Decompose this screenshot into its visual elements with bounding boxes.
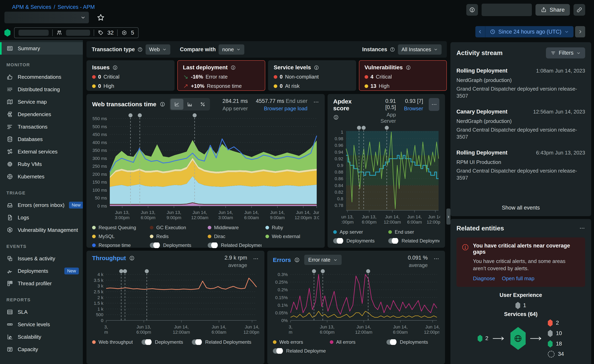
legend-item-request-queuing[interactable]: Request Queuing (92, 225, 146, 230)
sidebar-item-deployments[interactable]: DeploymentsNew (0, 265, 83, 277)
current-service-hexagon[interactable] (510, 327, 526, 350)
sidebar-item-ruby-vms[interactable]: Ruby VMs (0, 158, 83, 170)
toggle-deployments[interactable]: Deployments (150, 242, 203, 248)
apdex-chart[interactable]: 10.980.960.940.920.90.880.860.840.820.80… (333, 124, 440, 225)
sidebar-item-kubernetes[interactable]: Kubernetes (0, 170, 83, 183)
info-icon[interactable] (390, 47, 395, 52)
legend-item-ruby[interactable]: Ruby (265, 225, 319, 230)
sidebar-item-thread-profiler[interactable]: Thread profiler (0, 277, 83, 290)
user-experience-node[interactable]: 1 (515, 302, 526, 309)
browser-page-load-link[interactable]: Browser page load (256, 106, 307, 112)
favorite-star-button[interactable] (96, 13, 105, 22)
throughput-chart[interactable]: 4 k3.5 k3 k2.5 k2 k1.5 k1 k50003,mJun 13… (92, 268, 259, 336)
chart-type-percent-button[interactable] (196, 99, 209, 110)
sidebar-item-issues-activity[interactable]: Issues & activity (0, 252, 83, 265)
help-button[interactable] (466, 4, 478, 16)
toggle-related-deployments[interactable]: Related Deployments (192, 339, 251, 345)
sidebar-item-service-levels[interactable]: Service levels (0, 318, 83, 331)
time-forward-button[interactable] (575, 26, 585, 37)
time-range-button[interactable]: Since 24 hours ago (UTC) (486, 26, 574, 37)
transaction-type-select[interactable]: Web (146, 44, 170, 55)
sidebar-item-summary[interactable]: Summary (0, 42, 83, 55)
toggle-switch[interactable] (150, 243, 159, 248)
panel-title-link[interactable]: Throughput (92, 255, 126, 262)
activity-event[interactable]: Canary Deployment12:56am Jun 14, 2023Ner… (456, 109, 585, 140)
breadcrumb-link-apm-services[interactable]: APM & Services (12, 4, 51, 10)
chart-type-line-button[interactable] (170, 99, 183, 110)
more-options-button[interactable] (579, 224, 585, 232)
collapse-panel-handle[interactable]: › (446, 209, 450, 225)
summary-card-vulnerabilities[interactable]: Vulnerabilities4Critical13High (359, 60, 447, 91)
copy-permalink-button[interactable] (574, 4, 585, 16)
breadcrumb-link-services-apm[interactable]: Services - APM (58, 4, 95, 10)
legend-item-redis[interactable]: Redis (150, 234, 203, 239)
toggle-deployments[interactable]: Deployments (386, 339, 439, 345)
panel-title-link[interactable]: Errors (273, 257, 291, 263)
legend-item-web-errors[interactable]: Web errors (273, 339, 326, 345)
sidebar-item-distributed-tracing[interactable]: Distributed tracing (0, 83, 83, 96)
legend-item-web-throughput[interactable]: Web throughput (92, 339, 133, 345)
toggle-switch[interactable] (208, 243, 217, 248)
legend-item-gc-execution[interactable]: GC Execution (150, 225, 203, 230)
sidebar-item-databases[interactable]: Databases (0, 133, 83, 146)
sidebar-item-service-map[interactable]: Service map (0, 96, 83, 108)
legend-item-app-server[interactable]: App server (333, 229, 384, 235)
sidebar-item-logs[interactable]: Logs (0, 211, 83, 224)
legend-item-mysql[interactable]: MySQL (92, 234, 146, 239)
help-icon[interactable] (294, 257, 300, 263)
toggle-deployments[interactable]: Deployments (333, 238, 384, 244)
toggle-switch[interactable] (142, 339, 151, 345)
summary-card-service-levels[interactable]: Service levels0Non-compliant0At risk (268, 60, 356, 91)
browser-link[interactable]: Browser (404, 106, 423, 112)
legend-item-web-external[interactable]: Web external (265, 234, 319, 239)
toggle-switch[interactable] (333, 238, 343, 244)
toggle-switch[interactable] (273, 348, 282, 354)
legend-item-response-time[interactable]: Response time (92, 242, 146, 248)
entity-name-dropdown[interactable] (4, 12, 89, 23)
show-all-events-link[interactable]: Show all events (456, 205, 585, 211)
toggle-related-deployments[interactable]: Related Deployments (208, 242, 261, 248)
downstream-service-node[interactable]: 34 (548, 351, 564, 357)
summary-card-issues[interactable]: Issues0Critical0High (87, 60, 175, 91)
legend-item-middleware[interactable]: Middleware (208, 225, 261, 230)
legend-item-end-user[interactable]: End user (388, 229, 439, 235)
downstream-service-node[interactable]: 18 (548, 340, 564, 348)
filters-button[interactable]: Filters (546, 47, 585, 59)
error-rate-dropdown[interactable]: Error rate (304, 255, 342, 265)
help-icon[interactable] (129, 255, 135, 261)
sidebar-item-capacity[interactable]: Capacity (0, 343, 83, 356)
info-icon[interactable] (137, 47, 143, 52)
sidebar-item-dependencies[interactable]: Dependencies (0, 108, 83, 120)
more-options-button[interactable] (253, 255, 259, 263)
legend-item-dirac[interactable]: Dirac (208, 234, 261, 239)
toggle-deployments[interactable]: Deployments (142, 339, 183, 345)
toggle-switch[interactable] (192, 339, 201, 345)
sidebar-item-external-services[interactable]: External services (0, 146, 83, 158)
upstream-services-node[interactable]: 2 (478, 335, 488, 342)
more-options-button[interactable] (313, 98, 319, 106)
redacted-account-switcher[interactable] (482, 4, 532, 16)
instances-select[interactable]: All Instances (398, 44, 442, 55)
sidebar-item-transactions[interactable]: Transactions (0, 120, 83, 133)
sidebar-item-recommendations[interactable]: Recommendations (0, 71, 83, 83)
more-options-button[interactable] (433, 255, 439, 263)
chart-type-bar-button[interactable] (183, 99, 196, 110)
toggle-related-deployments[interactable]: Related Deployments (273, 348, 326, 354)
time-back-button[interactable] (475, 26, 486, 37)
web-transactions-chart[interactable]: 550 ms500 ms450 ms400 ms350 ms300 ms250 … (92, 112, 319, 221)
share-button[interactable]: Share (535, 4, 570, 16)
downstream-service-node[interactable]: 2 (548, 319, 564, 327)
sidebar-item-sla[interactable]: SLA (0, 306, 83, 318)
help-icon[interactable] (333, 114, 339, 120)
sidebar-item-vulnerability-management[interactable]: Vulnerability Management (0, 224, 83, 236)
toggle-switch[interactable] (386, 339, 396, 345)
toggle-switch[interactable] (388, 238, 398, 244)
open-full-map-link[interactable]: Open full map (502, 275, 534, 282)
activity-event[interactable]: Rolling Deployment1:08am Jun 14, 2023Ner… (456, 68, 585, 99)
diagnose-link[interactable]: Diagnose (473, 275, 495, 282)
more-options-button[interactable] (429, 98, 439, 111)
sidebar-item-errors-errors-inbox[interactable]: Errors (errors inbox)New (0, 199, 83, 211)
errors-chart[interactable]: 0.3%0.25%0.2%0.15%0.1%0.05%0%3,mJun 13,6… (273, 268, 439, 336)
activity-event[interactable]: Rolling Deployment6:43pm Jun 13, 2023RPM… (456, 150, 585, 181)
downstream-service-node[interactable]: 10 (548, 330, 564, 337)
